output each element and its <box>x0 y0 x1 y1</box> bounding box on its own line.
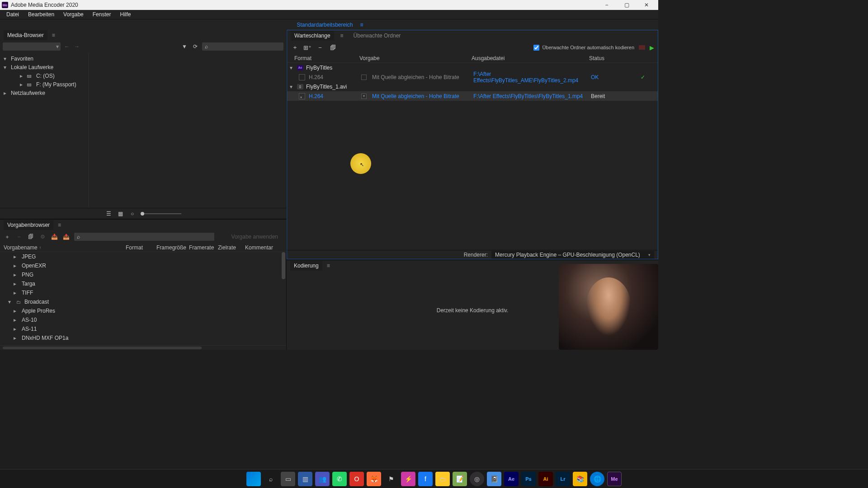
refresh-icon[interactable]: ⟳ <box>191 43 199 50</box>
preset-openexr[interactable]: ▸OpenEXR <box>0 261 286 270</box>
preset-search[interactable]: ⌕ <box>74 233 214 241</box>
nav-back-icon[interactable]: ← <box>63 43 71 50</box>
col-framegroesse[interactable]: Framegröße <box>156 244 189 251</box>
preset-as10[interactable]: ▸AS-10 <box>0 315 286 324</box>
menubar: Datei Bearbeiten Vorgabe Fenster Hilfe <box>0 10 658 19</box>
preset-hscroll[interactable] <box>0 345 286 350</box>
qcol-status[interactable]: Status <box>589 55 639 61</box>
output-checkbox[interactable] <box>299 74 305 80</box>
queue-output-row[interactable]: H.264 Mit Quelle abgleichen - Hohe Bitra… <box>287 72 658 82</box>
tree-drive-c[interactable]: ▸🖴C: (OS) <box>0 71 88 80</box>
queue-source-flybytitles[interactable]: ▾ Ae FlyByTitles <box>287 63 658 72</box>
window-maximize-button[interactable]: ▢ <box>617 0 637 10</box>
nav-forward-icon[interactable]: → <box>73 43 80 50</box>
col-kommentar[interactable]: Kommentar <box>245 244 273 251</box>
preset-dnxhd[interactable]: ▸DNxHD MXF OP1a <box>0 333 286 343</box>
tab-warteschlange[interactable]: Warteschlange <box>291 31 334 41</box>
renderer-select[interactable]: Mercury Playback Engine – GPU-Beschleuni… <box>491 251 654 259</box>
queue-output-row-selected[interactable]: ▾ H.264 ▾Mit Quelle abgleichen - Hohe Bi… <box>287 91 658 101</box>
preset-as11[interactable]: ▸AS-11 <box>0 324 286 333</box>
workspace-name[interactable]: Standardarbeitsbereich <box>292 22 357 28</box>
stop-queue-button[interactable] <box>639 45 645 50</box>
window-close-button[interactable]: ✕ <box>637 0 656 10</box>
preset-add-icon[interactable]: ＋ <box>4 233 11 241</box>
tab-vorgabenbrowser[interactable]: Vorgabenbrowser <box>4 220 53 230</box>
queue-add-icon[interactable]: ＋ <box>291 43 299 52</box>
qcol-ausgabedatei[interactable]: Ausgabedatei <box>472 55 589 61</box>
view-grid-icon[interactable]: ○ <box>129 211 136 217</box>
media-browser-tabs: Media-Browser ≡ <box>0 30 286 41</box>
preset-jpeg[interactable]: ▸JPEG <box>0 252 286 261</box>
path-dropdown[interactable]: ▾ <box>3 42 61 51</box>
view-thumb-icon[interactable]: ▦ <box>117 211 124 217</box>
output-checkbox[interactable]: ▾ <box>299 93 305 99</box>
tree-favoriten[interactable]: ▾Favoriten <box>0 54 88 63</box>
output-status: OK <box>591 74 641 80</box>
output-format[interactable]: H.264 <box>309 93 323 99</box>
thumbnail-size-slider[interactable] <box>141 213 181 214</box>
auto-encode-checkbox[interactable]: Überwachte Ordner automatisch kodieren <box>533 45 634 51</box>
queue-menu-icon[interactable]: ≡ <box>338 33 346 39</box>
preset-tiff[interactable]: ▸TIFF <box>0 288 286 297</box>
col-vorgabename[interactable]: Vorgabename <box>4 244 38 251</box>
tab-media-browser[interactable]: Media-Browser <box>4 30 47 40</box>
media-browser-search-input[interactable] <box>210 44 281 49</box>
preset-search-input[interactable] <box>82 234 212 239</box>
source-name: FlyByTitles_1.avi <box>306 84 347 90</box>
preset-prores[interactable]: ▸Apple ProRes <box>0 306 286 315</box>
queue-toolbar: ＋ ⊞⁺ − 🗐 Überwachte Ordner automatisch k… <box>287 41 658 54</box>
tree-drive-f[interactable]: ▸🖴F: (My Passport) <box>0 80 88 89</box>
filter-icon[interactable]: ▼ <box>180 43 189 50</box>
window-minimize-button[interactable]: − <box>597 0 617 10</box>
menu-hilfe[interactable]: Hilfe <box>115 10 135 19</box>
queue-add-comp-icon[interactable]: ⊞⁺ <box>303 44 311 51</box>
tree-netzlaufwerke[interactable]: ▸Netzlaufwerke <box>0 89 88 97</box>
col-zielrate[interactable]: Zielrate <box>218 244 245 251</box>
preset-browser-menu-icon[interactable]: ≡ <box>55 222 64 228</box>
menu-vorgabe[interactable]: Vorgabe <box>59 10 88 19</box>
output-format[interactable]: H.264 <box>309 74 323 80</box>
preset-import-icon[interactable]: 📥 <box>51 234 58 240</box>
search-icon: ⌕ <box>205 43 208 50</box>
view-list-icon[interactable]: ☰ <box>105 211 113 217</box>
status-ok-icon: ✓ <box>641 74 645 80</box>
tab-ueberwachte-ordner[interactable]: Überwachte Ordner <box>350 31 405 41</box>
output-path[interactable]: F:\After Effects\FlyByTitles_AME\FlyByTi… <box>473 71 591 84</box>
preset-broadcast-folder[interactable]: ▾🗀Broadcast <box>0 297 286 306</box>
output-path[interactable]: F:\After Effects\FlyByTitles\FlyByTitles… <box>473 93 591 99</box>
preset-remove-icon[interactable]: − <box>15 234 23 240</box>
qcol-format[interactable]: Format <box>294 55 359 61</box>
queue-duplicate-icon[interactable]: 🗐 <box>329 44 337 51</box>
menu-datei[interactable]: Datei <box>2 10 24 19</box>
video-file-icon: ▯ <box>297 84 303 89</box>
output-preset[interactable]: Mit Quelle abgleichen - Hohe Bitrate <box>372 93 459 99</box>
preset-scrollbar[interactable] <box>282 252 285 279</box>
preset-png[interactable]: ▸PNG <box>0 270 286 279</box>
media-browser-menu-icon[interactable]: ≡ <box>49 32 58 38</box>
tree-lokale-laufwerke[interactable]: ▾Lokale Laufwerke <box>0 63 88 71</box>
auto-encode-input[interactable] <box>533 45 539 51</box>
queue-source-flybytitles-avi[interactable]: ▾ ▯ FlyByTitles_1.avi <box>287 82 658 91</box>
preset-targa[interactable]: ▸Targa <box>0 279 286 288</box>
qcol-vorgabe[interactable]: Vorgabe <box>359 55 472 61</box>
renderer-label: Renderer: <box>464 252 488 258</box>
start-queue-button[interactable]: ▶ <box>650 44 654 51</box>
queue-tabs: Warteschlange ≡ Überwachte Ordner <box>287 30 658 41</box>
menu-bearbeiten[interactable]: Bearbeiten <box>24 10 59 19</box>
queue-remove-icon[interactable]: − <box>316 44 324 51</box>
col-framerate[interactable]: Framerate <box>189 244 218 251</box>
encoding-menu-icon[interactable]: ≡ <box>324 263 333 269</box>
col-format[interactable]: Format <box>126 244 156 251</box>
preset-columns-header: Vorgabename ↑ Format Framegröße Framerat… <box>0 243 286 252</box>
tab-kodierung[interactable]: Kodierung <box>290 261 322 271</box>
media-browser-search[interactable]: ⌕ <box>202 42 283 51</box>
workspace-menu-icon[interactable]: ≡ <box>358 22 366 28</box>
preset-duplicate-icon[interactable]: 🗐 <box>27 234 34 240</box>
queue-body[interactable]: ▾ Ae FlyByTitles H.264 Mit Quelle abglei… <box>287 63 658 250</box>
preset-checkbox[interactable] <box>361 75 367 80</box>
preset-export-icon[interactable]: 📤 <box>62 234 70 240</box>
preset-settings-icon[interactable]: ⚙ <box>39 234 46 240</box>
output-preset[interactable]: Mit Quelle abgleichen - Hohe Bitrate <box>372 74 459 80</box>
menu-fenster[interactable]: Fenster <box>88 10 116 19</box>
preset-checkbox[interactable]: ▾ <box>361 94 367 99</box>
